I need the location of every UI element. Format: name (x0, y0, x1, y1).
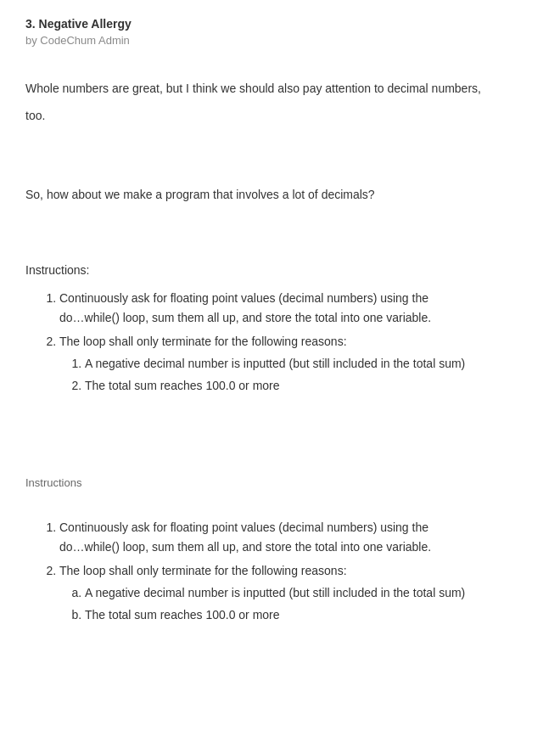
description-line2: too. (25, 106, 535, 125)
title-number: 3. (25, 17, 36, 31)
page-title: 3. Negative Allergy (25, 17, 535, 31)
sub-list-item: A negative decimal number is inputted (b… (85, 583, 535, 602)
sub-list-item: A negative decimal number is inputted (b… (85, 354, 535, 373)
section1-list: Continuously ask for floating point valu… (25, 289, 535, 395)
sub-list-alpha: A negative decimal number is inputted (b… (59, 583, 535, 624)
author-line: by CodeChum Admin (25, 34, 535, 47)
description-line1: Whole numbers are great, but I think we … (25, 79, 535, 98)
page-container: 3. Negative Allergy by CodeChum Admin Wh… (25, 17, 535, 624)
list-item: The loop shall only terminate for the fo… (59, 561, 535, 624)
sub-list-item: The total sum reaches 100.0 or more (85, 376, 535, 395)
list-item: Continuously ask for floating point valu… (59, 518, 535, 556)
section2: Instructions Continuously ask for floati… (25, 468, 535, 624)
section2-list: Continuously ask for floating point valu… (25, 518, 535, 624)
page-header: 3. Negative Allergy by CodeChum Admin (25, 17, 535, 47)
sub-list-item: The total sum reaches 100.0 or more (85, 605, 535, 624)
description-line3: So, how about we make a program that inv… (25, 185, 535, 204)
sub-list-numeric: A negative decimal number is inputted (b… (59, 354, 535, 395)
section1: Instructions: Continuously ask for float… (25, 263, 535, 395)
section2-label: Instructions (25, 476, 535, 489)
list-item: The loop shall only terminate for the fo… (59, 332, 535, 395)
list-item: Continuously ask for floating point valu… (59, 289, 535, 327)
section1-label: Instructions: (25, 263, 535, 277)
title-text: Negative Allergy (39, 17, 132, 31)
